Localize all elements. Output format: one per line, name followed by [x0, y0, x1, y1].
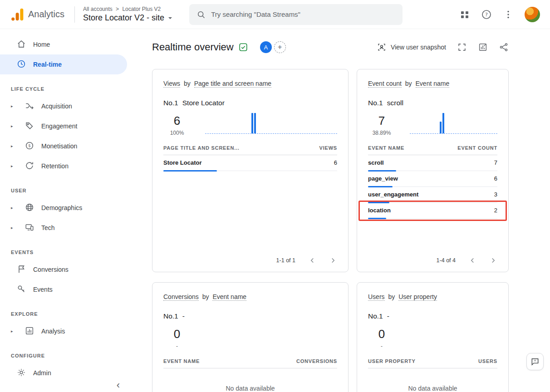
breadcrumb-root[interactable]: All accounts	[83, 6, 113, 12]
metric-selector[interactable]: Event count	[368, 80, 402, 88]
breadcrumb-current[interactable]: Locator Plus V2	[122, 6, 161, 12]
metric-selector[interactable]: Conversions	[163, 293, 199, 301]
main-content: Realtime overview A + View use	[132, 29, 550, 392]
table-row-highlighted: location 2	[368, 203, 497, 219]
column-header: USER PROPERTY	[368, 358, 416, 364]
cards-grid: Views by Page title and screen name No.1…	[152, 69, 550, 392]
sidebar-item-demographics[interactable]: ▸ Demographics	[0, 198, 132, 218]
sidebar-item-engagement[interactable]: ▸ Engagement	[0, 116, 132, 136]
title-connector: by	[405, 80, 412, 87]
metric-value: 0	[163, 328, 191, 341]
sidebar-item-monetisation[interactable]: ▸ $ Monetisation	[0, 136, 132, 156]
dimension-selector[interactable]: Page title and screen name	[194, 80, 271, 88]
property-selector[interactable]: Store Locator V2 - site	[83, 13, 172, 23]
apps-grid-icon[interactable]	[459, 9, 470, 20]
user-snapshot-icon	[377, 42, 387, 52]
sidebar-item-label: Events	[33, 286, 53, 293]
top-item-value: -	[387, 312, 389, 320]
dimension-selector[interactable]: Event name	[212, 293, 246, 301]
metric-row: 7 38.89%	[368, 113, 497, 136]
sidebar-item-label: Monetisation	[41, 142, 77, 150]
search-input[interactable]	[211, 10, 395, 18]
expand-arrow-icon: ▸	[11, 144, 16, 148]
view-user-snapshot-button[interactable]: View user snapshot	[377, 42, 446, 52]
column-header: CONVERSIONS	[296, 358, 337, 364]
analytics-home-link[interactable]: Analytics	[10, 7, 64, 22]
property-name: Store Locator V2 - site	[83, 13, 164, 23]
comparison-chip-all-users[interactable]: A	[260, 41, 272, 53]
sparkline-chart	[205, 113, 337, 134]
metric-selector[interactable]: Users	[368, 293, 385, 301]
share-icon[interactable]	[499, 42, 509, 52]
help-icon[interactable]: ?	[481, 9, 492, 20]
sidebar-item-label: Tech	[41, 224, 55, 231]
top-item-value: Store Locator	[182, 99, 225, 107]
customize-report-icon[interactable]	[478, 42, 488, 52]
top-item: No.1 scroll	[368, 99, 497, 107]
feedback-bubble-icon	[530, 357, 540, 366]
sidebar-item-analysis[interactable]: ▸ Analysis	[0, 321, 132, 341]
sidebar-item-acquisition[interactable]: ▸ Acquisition	[0, 96, 132, 116]
top-item: No.1 Store Locator	[163, 99, 337, 107]
metric-value: 0	[368, 328, 395, 341]
table-header: PAGE TITLE AND SCREEN... VIEWS	[163, 145, 337, 155]
sidebar-item-label: Acquisition	[41, 103, 72, 110]
row-label: scroll	[368, 159, 384, 166]
sidebar-item-home[interactable]: Home	[0, 34, 132, 54]
sidebar-item-label: Real-time	[33, 61, 62, 68]
column-header: USERS	[478, 358, 497, 364]
chevron-down-icon	[168, 17, 172, 21]
sidebar-item-realtime[interactable]: Real-time	[0, 54, 127, 74]
sidebar-item-events[interactable]: Events	[0, 279, 132, 299]
user-avatar[interactable]	[525, 7, 540, 22]
row-label: Store Locator	[163, 159, 202, 166]
metric-selector[interactable]: Views	[163, 80, 180, 88]
feedback-button[interactable]	[526, 353, 544, 370]
expand-arrow-icon: ▸	[11, 124, 16, 128]
row-value-bar	[163, 170, 217, 172]
sidebar-item-label: Retention	[41, 162, 69, 170]
acquisition-icon	[25, 101, 35, 112]
row-value: 6	[334, 159, 337, 166]
retention-icon	[25, 161, 35, 172]
metric-row: 0 -	[368, 326, 497, 349]
sidebar-item-retention[interactable]: ▸ Retention	[0, 156, 132, 176]
sidebar-section-configure: CONFIGURE	[0, 341, 132, 363]
google-analytics-logo-icon	[10, 7, 25, 22]
next-page-icon[interactable]	[329, 256, 337, 265]
dimension-selector[interactable]: User property	[398, 293, 437, 301]
top-item-rank: No.1	[368, 99, 383, 107]
previous-page-icon[interactable]	[468, 256, 476, 265]
sidebar-item-tech[interactable]: ▸ Tech	[0, 218, 132, 238]
collapse-sidebar-button[interactable]: ‹	[117, 380, 120, 390]
fullscreen-icon[interactable]	[457, 42, 467, 52]
expand-arrow-icon: ▸	[11, 206, 16, 210]
top-item-value: -	[182, 312, 185, 320]
sidebar-item-label: Home	[33, 41, 50, 48]
flag-icon	[16, 264, 27, 275]
expand-arrow-icon: ▸	[11, 329, 16, 333]
table-row: user_engagement 3	[368, 187, 497, 203]
divider	[74, 6, 75, 23]
expand-arrow-icon: ▸	[11, 164, 16, 168]
title-connector: by	[388, 293, 395, 300]
search-bar[interactable]	[189, 4, 403, 25]
metric-percent: -	[368, 343, 395, 349]
dimension-selector[interactable]: Event name	[416, 80, 450, 88]
table-header: EVENT NAME EVENT COUNT	[368, 145, 497, 155]
next-page-icon[interactable]	[489, 256, 497, 265]
add-comparison-button[interactable]: +	[274, 41, 286, 53]
metric-value: 7	[368, 114, 395, 127]
top-item-rank: No.1	[163, 312, 178, 320]
row-label: user_engagement	[368, 191, 418, 198]
row-value-bar	[368, 218, 386, 219]
sidebar-item-conversions[interactable]: Conversions	[0, 260, 132, 279]
gear-icon	[16, 368, 27, 378]
page-header: Realtime overview A + View use	[152, 38, 509, 56]
previous-page-icon[interactable]	[308, 256, 316, 265]
kebab-menu-icon[interactable]	[503, 9, 514, 20]
row-label: page_view	[368, 175, 398, 182]
sidebar-item-admin[interactable]: Admin	[0, 363, 132, 383]
events-key-icon	[16, 284, 27, 295]
demographics-globe-icon	[25, 202, 35, 213]
